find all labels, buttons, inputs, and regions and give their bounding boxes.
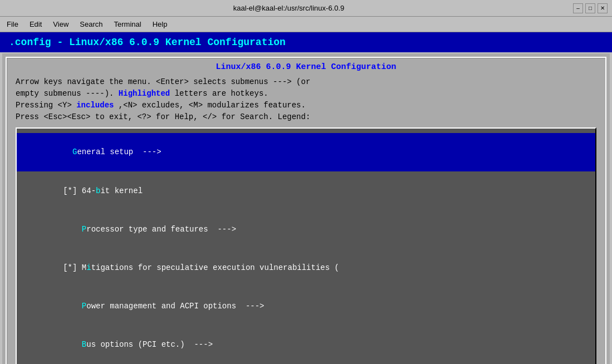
app-header: .config - Linux/x86 6.0.9 Kernel Configu… xyxy=(0,32,612,52)
hotkey-P2: P xyxy=(63,302,86,311)
includes-label: includes xyxy=(76,101,114,110)
hotkey-B: B xyxy=(63,340,86,349)
hotkey-P: P xyxy=(63,225,86,234)
dialog-title: Linux/x86 6.0.9 Kernel Configuration xyxy=(16,62,596,72)
menu-view[interactable]: View xyxy=(48,19,73,29)
info-line-1: Arrow keys navigate the menu. <Enter> se… xyxy=(16,77,310,121)
info-text: Arrow keys navigate the menu. <Enter> se… xyxy=(16,76,596,123)
menu-bar: File Edit View Search Terminal Help xyxy=(0,17,612,32)
menu-list: General setup ---> [*] 64-bit kernel Pro… xyxy=(16,127,596,364)
main-content: Linux/x86 6.0.9 Kernel Configuration Arr… xyxy=(2,53,610,364)
list-item[interactable]: Processor type and features ---> xyxy=(17,210,595,248)
window-title: kaal-el@kaal-el:/usr/src/linux-6.0.9 xyxy=(4,4,573,12)
list-item[interactable]: Bus options (PCI etc.) ---> xyxy=(17,326,595,364)
highlighted-label: Highlighted xyxy=(119,89,170,98)
list-item[interactable]: [*] Mitigations for speculative executio… xyxy=(17,249,595,287)
minimize-button[interactable]: – xyxy=(573,3,583,13)
maximize-button[interactable]: □ xyxy=(585,3,595,13)
app-header-text: .config - Linux/x86 6.0.9 Kernel Configu… xyxy=(9,37,286,48)
menu-file[interactable]: File xyxy=(2,19,23,29)
hotkey-i: i xyxy=(86,263,91,272)
menu-help[interactable]: Help xyxy=(148,19,172,29)
close-button[interactable]: ✕ xyxy=(598,3,608,13)
list-item[interactable]: Power management and ACPI options ---> xyxy=(17,287,595,326)
menu-terminal[interactable]: Terminal xyxy=(110,19,146,29)
menu-search[interactable]: Search xyxy=(75,19,107,29)
menu-edit[interactable]: Edit xyxy=(25,19,46,29)
title-bar: kaal-el@kaal-el:/usr/src/linux-6.0.9 – □… xyxy=(0,0,612,17)
dialog: Linux/x86 6.0.9 Kernel Configuration Arr… xyxy=(6,57,606,364)
window-controls: – □ ✕ xyxy=(573,3,608,13)
list-item[interactable]: [*] 64-bit kernel xyxy=(17,171,595,210)
list-item[interactable]: General setup ---> xyxy=(17,133,595,171)
